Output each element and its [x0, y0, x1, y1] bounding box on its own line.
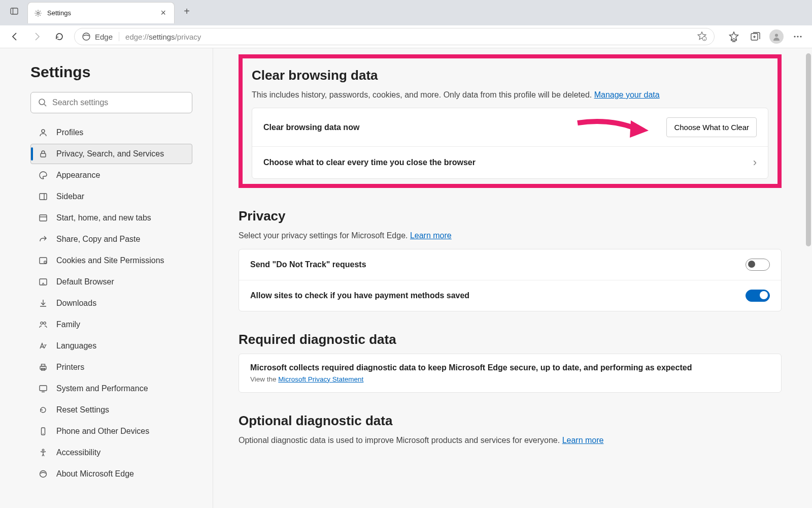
toolbar-actions — [727, 29, 805, 44]
row-label: Allow sites to check if you have payment… — [250, 291, 469, 300]
sidebar-item-system[interactable]: System and Performance — [30, 378, 192, 399]
phone-icon — [38, 426, 48, 436]
panel-icon — [38, 192, 48, 202]
search-icon — [38, 98, 47, 107]
sidebar-item-default-browser[interactable]: Default Browser — [30, 272, 192, 292]
svg-text:+: + — [703, 37, 705, 40]
sidebar-item-label: Sidebar — [56, 192, 84, 201]
search-input[interactable] — [52, 98, 185, 107]
row-label: Choose what to clear every time you clos… — [263, 158, 476, 167]
collections-button[interactable] — [748, 29, 762, 44]
favorite-star-icon[interactable]: + — [697, 31, 707, 43]
palette-icon — [38, 170, 48, 180]
svg-point-36 — [40, 471, 47, 478]
edge-logo-icon — [82, 32, 91, 41]
family-icon — [38, 320, 48, 330]
more-menu-button[interactable] — [791, 29, 805, 44]
annotation-arrow — [575, 115, 656, 148]
tab-settings[interactable]: Settings × — [27, 2, 175, 23]
clear-data-card: Clear browsing data now Choose What to C… — [252, 108, 768, 179]
download-icon — [38, 298, 48, 308]
svg-point-15 — [39, 99, 45, 105]
sidebar-item-printers[interactable]: Printers — [30, 357, 192, 377]
refresh-button[interactable] — [52, 29, 67, 44]
lock-icon — [38, 149, 48, 159]
choose-what-to-clear-button[interactable]: Choose What to Clear — [666, 117, 757, 137]
sidebar-item-label: About Microsoft Edge — [56, 469, 134, 479]
svg-point-11 — [775, 34, 778, 37]
sidebar-item-about[interactable]: About Microsoft Edge — [30, 464, 192, 484]
required-diagnostic-row: Microsoft collects required diagnostic d… — [239, 354, 781, 392]
site-identity[interactable]: Edge — [82, 32, 119, 41]
sidebar-item-family[interactable]: Family — [30, 314, 192, 335]
svg-point-35 — [42, 449, 44, 451]
svg-point-14 — [800, 36, 801, 37]
section-description: Select your privacy settings for Microso… — [239, 230, 782, 241]
privacy-learn-more-link[interactable]: Learn more — [410, 231, 452, 240]
svg-point-17 — [42, 130, 45, 133]
sidebar-item-label: Start, home, and new tabs — [56, 213, 151, 223]
row-subtext: View the Microsoft Privacy Statement — [250, 375, 770, 383]
svg-point-3 — [83, 33, 90, 40]
privacy-statement-link[interactable]: Microsoft Privacy Statement — [278, 375, 363, 383]
tab-title: Settings — [47, 9, 153, 17]
clear-browsing-data-section: Clear browsing data This includes histor… — [239, 54, 782, 188]
cookie-icon — [38, 256, 48, 266]
sidebar-item-share[interactable]: Share, Copy and Paste — [30, 229, 192, 249]
section-description: Optional diagnostic data is used to impr… — [239, 435, 782, 446]
section-title: Clear browsing data — [252, 68, 768, 83]
browser-icon — [38, 277, 48, 287]
sidebar-item-downloads[interactable]: Downloads — [30, 293, 192, 313]
tab-close-button[interactable]: × — [158, 8, 168, 18]
sidebar-item-label: Family — [56, 320, 80, 329]
panel-collapse-icon — [10, 7, 18, 15]
favorites-button[interactable] — [727, 29, 741, 44]
sidebar-item-profiles[interactable]: Profiles — [30, 122, 192, 143]
sidebar-item-accessibility[interactable]: Accessibility — [30, 442, 192, 463]
back-button[interactable] — [7, 29, 22, 44]
forward-button[interactable] — [29, 29, 45, 44]
sidebar-item-start[interactable]: Start, home, and new tabs — [30, 208, 192, 228]
svg-rect-29 — [42, 364, 45, 366]
settings-nav: Profiles Privacy, Search, and Services A… — [30, 122, 192, 484]
tab-actions-button[interactable] — [5, 2, 23, 20]
section-title: Optional diagnostic data — [239, 413, 782, 429]
svg-point-34 — [43, 433, 44, 434]
svg-point-27 — [44, 322, 46, 325]
clear-data-now-row: Clear browsing data now Choose What to C… — [252, 108, 768, 147]
tab-strip: Settings × + — [5, 0, 195, 25]
optional-learn-more-link[interactable]: Learn more — [562, 436, 604, 444]
section-title: Required diagnostic data — [239, 332, 782, 347]
sidebar-item-label: System and Performance — [56, 384, 148, 393]
section-title: Privacy — [239, 208, 782, 224]
sidebar-item-cookies[interactable]: Cookies and Site Permissions — [30, 250, 192, 271]
svg-line-16 — [44, 104, 46, 106]
do-not-track-toggle[interactable] — [746, 259, 770, 271]
search-settings-box[interactable] — [30, 92, 192, 113]
sidebar-item-label: Appearance — [56, 171, 100, 180]
clear-on-close-row[interactable]: Choose what to clear every time you clos… — [252, 147, 768, 178]
sidebar-item-phone[interactable]: Phone and Other Devices — [30, 421, 192, 441]
gear-icon — [34, 9, 42, 17]
sidebar-item-reset[interactable]: Reset Settings — [30, 400, 192, 420]
user-icon — [38, 128, 48, 138]
sidebar-item-sidebar[interactable]: Sidebar — [30, 186, 192, 207]
profile-button[interactable] — [769, 29, 784, 44]
sidebar-item-label: Profiles — [56, 128, 83, 137]
required-diagnostic-card: Microsoft collects required diagnostic d… — [239, 354, 782, 393]
sidebar-item-appearance[interactable]: Appearance — [30, 165, 192, 185]
system-icon — [38, 384, 48, 394]
svg-point-26 — [41, 322, 43, 325]
svg-point-13 — [797, 36, 798, 37]
svg-rect-19 — [40, 194, 47, 200]
address-bar[interactable]: Edge edge://settings/privacy + — [74, 28, 715, 45]
row-label: Clear browsing data now — [263, 123, 359, 132]
accessibility-icon — [38, 448, 48, 458]
scrollbar-thumb[interactable] — [806, 53, 811, 246]
new-tab-button[interactable]: + — [179, 4, 195, 20]
sidebar-item-languages[interactable]: Languages — [30, 336, 192, 356]
manage-your-data-link[interactable]: Manage your data — [594, 90, 660, 99]
sidebar-item-privacy[interactable]: Privacy, Search, and Services — [30, 144, 192, 164]
main-panel: Clear browsing data This includes histor… — [213, 48, 812, 508]
payment-check-toggle[interactable] — [746, 290, 770, 302]
